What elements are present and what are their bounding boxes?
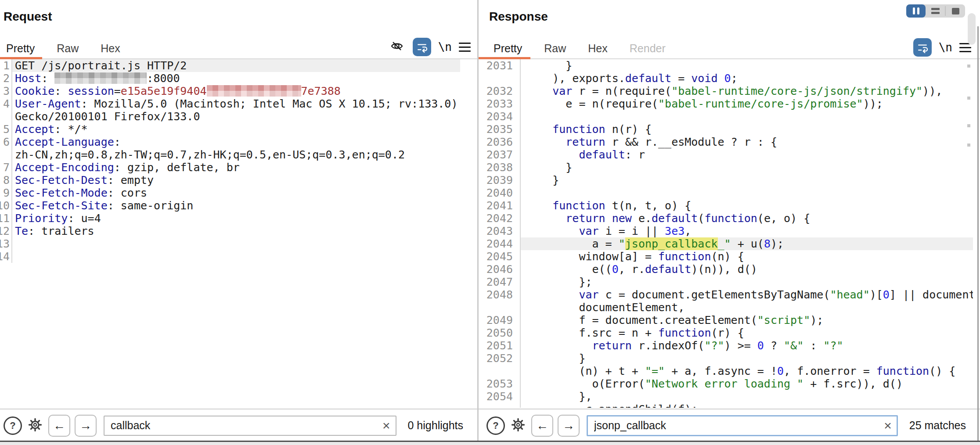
search-match-tick — [967, 124, 970, 127]
previous-match-button[interactable]: ← — [48, 415, 70, 437]
search-help-icon[interactable]: ? — [486, 416, 505, 435]
code-row[interactable]: 2042 return new e.default(function(e, o)… — [479, 212, 973, 225]
code-row[interactable]: 2046 e((0, r.default)(n)), d() — [479, 263, 973, 276]
line-number — [479, 72, 521, 85]
request-tabbar: Pretty Raw Hex \n — [0, 40, 477, 59]
stacked-layout-button[interactable] — [926, 4, 945, 18]
next-match-button[interactable]: → — [75, 415, 97, 437]
previous-match-button[interactable]: ← — [531, 415, 553, 437]
code-row[interactable]: 14 — [0, 250, 460, 263]
line-number: 2042 — [479, 212, 521, 225]
code-row[interactable]: 2043 var i = i || 3e3, — [479, 225, 973, 237]
code-row[interactable]: zh-CN,zh;q=0.8,zh-TW;q=0.7,zh-HK;q=0.5,e… — [0, 148, 460, 161]
code-row[interactable]: 2047 }; — [479, 276, 973, 288]
response-title: Response — [489, 10, 548, 24]
code-row[interactable]: Gecko/20100101 Firefox/133.0 — [0, 110, 460, 123]
code-row[interactable]: ), exports.default = void 0; — [479, 72, 973, 85]
editor-menu-icon[interactable] — [459, 43, 471, 52]
code-row[interactable]: 7Accept-Encoding: gzip, deflate, br — [0, 161, 460, 174]
columns-layout-button[interactable] — [906, 4, 926, 18]
code-row[interactable]: 2045 window[a] = function(n) { — [479, 250, 973, 263]
code-row[interactable]: 2Host: :8000 — [0, 72, 460, 85]
request-tab-raw[interactable]: Raw — [57, 42, 79, 55]
code-row[interactable]: 3Cookie: session=e15a5e19f94047e7388 — [0, 85, 460, 97]
code-row[interactable]: 2036 return r && r.__esModule ? r : { — [479, 136, 973, 148]
single-layout-button[interactable] — [946, 4, 965, 18]
code-row[interactable]: 2048 var c = document.getElementsByTagNa… — [479, 288, 973, 301]
line-number: 12 — [0, 225, 12, 237]
code-row[interactable]: 2049 f = document.createElement("script"… — [479, 314, 973, 327]
code-row[interactable]: (n) + t + "=" + a, f.async = !0, f.onerr… — [479, 365, 973, 377]
line-number: 2034 — [479, 110, 521, 123]
line-number: 2045 — [479, 250, 521, 263]
code-row[interactable]: 2054 }, — [479, 390, 973, 403]
line-number: 2040 — [479, 187, 521, 199]
line-number: 8 — [0, 174, 12, 187]
line-number: 1 — [0, 59, 12, 72]
code-row[interactable]: 2034 — [479, 110, 973, 123]
stacked-layout-icon — [931, 8, 940, 14]
code-row[interactable]: 12Te: trailers — [0, 225, 460, 237]
line-number: 2049 — [479, 314, 521, 327]
request-tab-hex[interactable]: Hex — [101, 42, 120, 55]
search-settings-gear-icon[interactable] — [509, 416, 527, 435]
code-row[interactable]: 2041 function t(n, t, o) { — [479, 199, 973, 212]
response-editor[interactable]: 2031 } ), exports.default = void 0;2032 … — [479, 59, 973, 408]
code-row[interactable]: 2035 function n(r) { — [479, 123, 973, 136]
code-row[interactable]: 2050 f.src = n + function(r) { — [479, 327, 973, 339]
code-row[interactable]: 2037 default: r — [479, 148, 973, 161]
request-editor[interactable]: 1GET /js/portrait.js HTTP/22Host: :80003… — [0, 59, 460, 408]
code-row[interactable]: 11Priority: u=4 — [0, 212, 460, 225]
hide-matches-eye-slash-icon[interactable] — [388, 37, 406, 57]
code-row[interactable]: 2038 } — [479, 161, 973, 174]
code-row[interactable]: 2052 } — [479, 352, 973, 365]
request-panel: Request Pretty Raw Hex \n — [0, 0, 477, 441]
code-row[interactable]: 2053 o(Error("Network error loading " + … — [479, 377, 973, 390]
response-tab-hex[interactable]: Hex — [588, 42, 607, 55]
response-search-input[interactable] — [587, 415, 898, 436]
line-number: 2036 — [479, 136, 521, 148]
code-row[interactable]: 2044 a = "jsonp_callback_" + u(8); — [479, 237, 973, 250]
request-title: Request — [4, 10, 52, 24]
line-number: 2054 — [479, 390, 521, 403]
code-row[interactable]: c.appendChild(f); — [479, 403, 973, 408]
code-row[interactable]: 2040 — [479, 187, 973, 199]
clear-search-icon[interactable]: × — [382, 419, 390, 432]
line-number: 2048 — [479, 288, 521, 301]
line-number — [479, 301, 521, 314]
response-tab-render[interactable]: Render — [630, 42, 666, 55]
word-wrap-toggle-icon[interactable] — [913, 38, 932, 57]
line-number: 2050 — [479, 327, 521, 339]
code-row[interactable]: 9Sec-Fetch-Mode: cors — [0, 187, 460, 199]
single-layout-icon — [952, 8, 959, 14]
show-newlines-icon[interactable]: \n — [939, 41, 952, 54]
search-settings-gear-icon[interactable] — [26, 416, 44, 435]
code-row[interactable]: 2051 return r.indexOf("?") >= 0 ? "&" : … — [479, 339, 973, 352]
code-row[interactable]: documentElement, — [479, 301, 973, 314]
scrollbar-thumb[interactable] — [968, 13, 976, 45]
next-match-button[interactable]: → — [558, 415, 580, 437]
request-tab-pretty[interactable]: Pretty — [6, 42, 35, 55]
code-row[interactable]: 2033 e = n(require("babel-runtime/core-j… — [479, 97, 973, 110]
code-row[interactable]: 4User-Agent: Mozilla/5.0 (Macintosh; Int… — [0, 97, 460, 110]
code-row[interactable]: 6Accept-Language: — [0, 136, 460, 148]
line-number — [479, 403, 521, 408]
code-row[interactable]: 10Sec-Fetch-Site: same-origin — [0, 199, 460, 212]
code-row[interactable]: 2032 var r = n(require("babel-runtime/co… — [479, 85, 973, 97]
code-row[interactable]: 8Sec-Fetch-Dest: empty — [0, 174, 460, 187]
code-row[interactable]: 5Accept: */* — [0, 123, 460, 136]
line-number: 2047 — [479, 276, 521, 288]
clear-search-icon[interactable]: × — [884, 419, 892, 432]
word-wrap-toggle-icon[interactable] — [413, 38, 431, 56]
response-tab-pretty[interactable]: Pretty — [494, 42, 522, 55]
code-row[interactable]: 13 — [0, 237, 460, 250]
code-row[interactable]: 2031 } — [479, 59, 973, 72]
search-help-icon[interactable]: ? — [4, 416, 22, 435]
request-search-input[interactable] — [104, 416, 396, 436]
show-newlines-icon[interactable]: \n — [438, 40, 452, 54]
line-number: 13 — [0, 237, 12, 250]
response-tab-raw[interactable]: Raw — [544, 42, 566, 55]
code-row[interactable]: 2039 } — [479, 174, 973, 187]
code-row[interactable]: 1GET /js/portrait.js HTTP/2 — [0, 59, 460, 72]
line-number: 2043 — [479, 225, 521, 237]
